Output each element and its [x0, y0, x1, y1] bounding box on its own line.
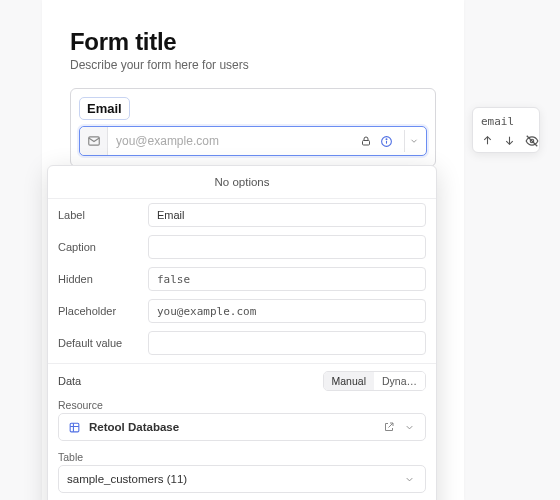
- chevron-down-icon[interactable]: [402, 472, 417, 487]
- prop-caption-input[interactable]: [148, 235, 426, 259]
- prop-default-label: Default value: [58, 337, 138, 349]
- table-label: Table: [48, 447, 436, 465]
- email-input-row[interactable]: [79, 126, 427, 156]
- email-field-block[interactable]: Email: [70, 88, 436, 167]
- data-section-title: Data: [58, 375, 81, 387]
- chevron-down-icon[interactable]: [402, 420, 417, 435]
- eye-off-icon[interactable]: [525, 133, 539, 148]
- email-field-label-chip[interactable]: Email: [79, 97, 130, 120]
- move-up-icon[interactable]: [481, 133, 494, 148]
- svg-point-4: [386, 138, 387, 139]
- svg-rect-5: [70, 423, 79, 432]
- seg-manual[interactable]: Manual: [324, 372, 374, 390]
- form-description: Describe your form here for users: [70, 58, 436, 72]
- prop-hidden-input[interactable]: [148, 267, 426, 291]
- email-input[interactable]: [108, 134, 358, 148]
- svg-rect-1: [362, 141, 369, 146]
- field-name-tag: email: [479, 114, 533, 133]
- prop-hidden-label: Hidden: [58, 273, 138, 285]
- data-mode-segmented[interactable]: Manual Dyna…: [323, 371, 426, 391]
- field-settings-popover: No options Label Caption Hidden Placehol…: [47, 165, 437, 500]
- chevron-down-icon[interactable]: [404, 130, 422, 152]
- table-value: sample_customers (11): [67, 473, 187, 485]
- prop-label-input[interactable]: [148, 203, 426, 227]
- resource-label: Resource: [48, 395, 436, 413]
- move-down-icon[interactable]: [503, 133, 516, 148]
- field-toolbar: email: [472, 107, 540, 153]
- table-select[interactable]: sample_customers (11): [58, 465, 426, 493]
- prop-default-input[interactable]: [148, 331, 426, 355]
- prop-placeholder-label: Placeholder: [58, 305, 138, 317]
- mail-icon: [80, 127, 108, 155]
- no-options-message: No options: [48, 166, 436, 199]
- prop-label-label: Label: [58, 209, 138, 221]
- prop-placeholder-input[interactable]: [148, 299, 426, 323]
- external-link-icon[interactable]: [381, 420, 396, 435]
- prop-caption-label: Caption: [58, 241, 138, 253]
- lock-icon: [358, 134, 373, 149]
- info-icon[interactable]: [379, 134, 394, 149]
- resource-select[interactable]: Retool Database: [58, 413, 426, 441]
- form-title: Form title: [70, 28, 436, 56]
- database-icon: [67, 420, 81, 434]
- seg-dynamic[interactable]: Dyna…: [374, 372, 425, 390]
- resource-value: Retool Database: [89, 421, 179, 433]
